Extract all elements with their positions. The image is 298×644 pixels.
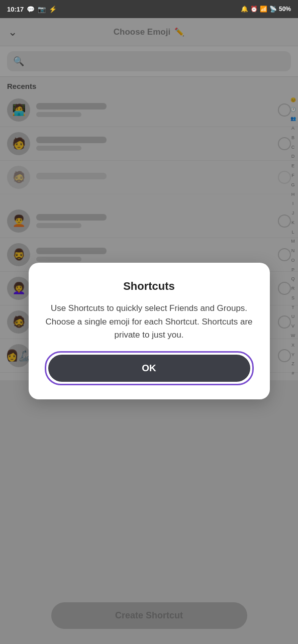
ok-button[interactable]: OK bbox=[48, 355, 250, 382]
battery-label: 50% bbox=[279, 6, 291, 13]
ok-button-wrapper: OK bbox=[45, 351, 254, 385]
modal-title: Shortcuts bbox=[123, 280, 175, 293]
signal-icon: 📡 bbox=[269, 6, 277, 13]
status-bar: 10:17 💬 📷 ⚡ 🔔 ⏰ 📶 📡 50% bbox=[0, 0, 298, 18]
time-display: 10:17 bbox=[7, 6, 24, 13]
status-right: 🔔 ⏰ 📶 📡 50% bbox=[241, 6, 291, 13]
instagram-icon: 📷 bbox=[38, 6, 46, 13]
background-screen: ⌄ Choose Emoji ✏️ 🔍 Recents 🧑‍💻 🧑 bbox=[0, 18, 298, 644]
wifi-icon: 📶 bbox=[260, 6, 267, 13]
shortcuts-modal: Shortcuts Use Shortcuts to quickly selec… bbox=[29, 263, 270, 399]
alarm-icon: 🔔 bbox=[241, 6, 248, 13]
whatsapp-icon: 💬 bbox=[27, 6, 35, 13]
status-left: 10:17 💬 📷 ⚡ bbox=[7, 6, 57, 13]
clock-icon: ⏰ bbox=[250, 6, 258, 13]
modal-body: Use Shortcuts to quickly select Friends … bbox=[45, 302, 254, 342]
modal-overlay: Shortcuts Use Shortcuts to quickly selec… bbox=[0, 18, 298, 644]
usb-icon: ⚡ bbox=[49, 6, 57, 13]
